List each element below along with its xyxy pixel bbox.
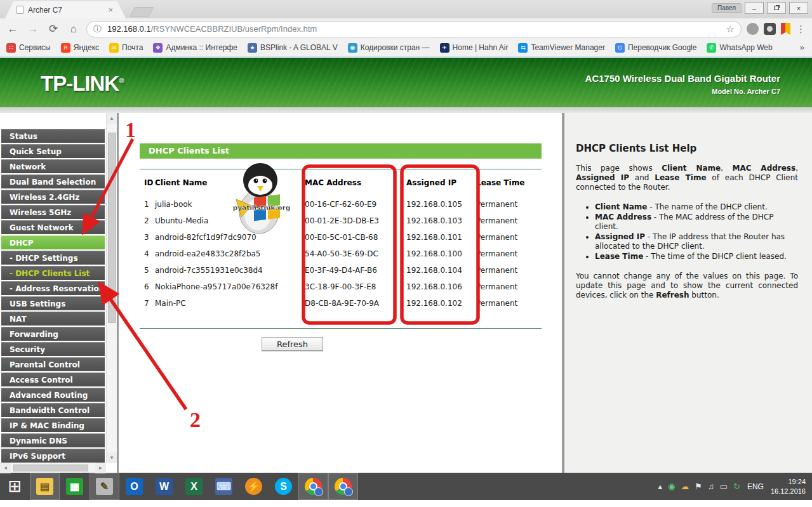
cell-lease-time: Permanent	[476, 282, 542, 291]
restore-button[interactable]	[767, 2, 786, 14]
bookmark-translate[interactable]: G Переводчик Google	[615, 43, 697, 53]
sidebar-horizontal-scrollbar[interactable]: ◄ ►	[0, 463, 106, 473]
clock[interactable]: 19:24 16.12.2016	[771, 477, 806, 496]
bookmark-whatsapp[interactable]: ✆ WhatsApp Web	[707, 43, 772, 53]
sidebar-item-forwarding[interactable]: Forwarding	[1, 327, 105, 341]
scroll-right-icon[interactable]: ►	[95, 463, 106, 473]
sidebar-item-parental-control[interactable]: Parental Control	[1, 357, 105, 371]
bookmark-bsplink[interactable]: ★ BSPlink - A GLOBAL V	[248, 43, 338, 53]
page-icon	[17, 6, 23, 14]
sidebar-item-advanced-routing[interactable]: Advanced Routing	[1, 388, 105, 402]
sidebar-item-dhcp-settings[interactable]: - DHCP Settings	[1, 251, 105, 265]
address-bar[interactable]: ⓘ 192.168.0.1 /RSYNWCEACBBRZIUB/userRpm/…	[86, 21, 742, 37]
header-divider	[0, 107, 812, 113]
sidebar-item-network[interactable]: Network	[1, 159, 105, 173]
chrome-icon[interactable]	[298, 473, 328, 500]
forward-icon[interactable]: →	[25, 23, 41, 36]
skype-icon[interactable]: S	[269, 473, 298, 500]
julia-book: 1 julia-book 00-16-CF-62-60-E9 192.168.0…	[140, 196, 542, 213]
back-icon[interactable]: ←	[5, 23, 20, 36]
sidebar-item-dhcp[interactable]: DHCP	[1, 235, 105, 249]
sidebar-item-nat[interactable]: NAT	[1, 312, 105, 326]
windows-store-icon[interactable]: ▦	[60, 473, 90, 500]
taskbar: ⊞ ▤ ▦ ✎ O W X ⌨ ⚡ S	[0, 473, 812, 500]
sidebar-item-bandwidth-control[interactable]: Bandwidth Control	[1, 403, 105, 417]
sidebar-item-address-reservation[interactable]: - Address Reservation	[1, 281, 105, 295]
refresh-button[interactable]: Refresh	[262, 337, 323, 351]
bookmark-pochta[interactable]: ✉ Почта	[109, 43, 143, 53]
sidebar-item-guest-network[interactable]: Guest Network	[1, 220, 105, 234]
scroll-left-icon[interactable]: ◄	[0, 463, 11, 473]
tab-title: Archer C7	[28, 6, 107, 15]
hidden-icons-chevron[interactable]: ▴	[658, 482, 662, 491]
sidebar-item-dual-band[interactable]: Dual Band Selection	[1, 174, 105, 188]
profile-name-badge[interactable]: Павел	[712, 3, 742, 13]
extension-icon-1[interactable]	[747, 23, 759, 35]
minimize-button[interactable]: –	[745, 2, 764, 14]
volume-muted-icon[interactable]: ♫	[708, 482, 714, 491]
excel-icon[interactable]: X	[179, 473, 209, 500]
bookmark-servisy[interactable]: ∷ Сервисы	[6, 43, 51, 53]
bookmark-yandex[interactable]: Я Яндекс	[61, 43, 99, 53]
cell-lease-time: Permanent	[476, 249, 542, 258]
sidebar-item-status[interactable]: Status	[1, 129, 105, 143]
tab-close-icon[interactable]: ×	[107, 5, 114, 15]
sidebar-vertical-scrollbar[interactable]: ▲ ▼	[106, 113, 117, 463]
bookmark-icon: ✆	[707, 43, 716, 53]
remote-desktop-icon[interactable]: ⌨	[209, 473, 239, 500]
cloud-storage-icon[interactable]: ☁	[681, 482, 689, 491]
bookmark-kodirovki[interactable]: ◉ Кодировки стран —	[348, 43, 430, 53]
sync-app-icon[interactable]: ↻	[733, 482, 740, 491]
screenshot-tool-icon[interactable]: ✎	[90, 473, 119, 500]
sidebar-item-quick-setup[interactable]: Quick Setup	[1, 144, 105, 158]
extension-icon-3[interactable]	[781, 23, 790, 35]
bookmark-teamviewer[interactable]: ⇆ TeamViewer Manager	[518, 43, 605, 53]
router-header: TP-LINK® AC1750 Wireless Dual Band Gigab…	[0, 56, 812, 107]
sidebar-item-access-control[interactable]: Access Control	[1, 372, 105, 386]
download-manager-icon[interactable]: ⚡	[239, 473, 269, 500]
network-icon[interactable]: ▭	[720, 482, 728, 491]
cell-lease-time: Permanent	[476, 299, 542, 308]
browser-tab[interactable]: Archer C7 ×	[5, 1, 126, 18]
bookmark-star-icon[interactable]: ☆	[726, 23, 735, 35]
word-icon[interactable]: W	[149, 473, 179, 500]
cell-client-name: android-ea2e4833c28f2ba5	[155, 249, 305, 258]
home-icon[interactable]: ⌂	[66, 23, 81, 36]
language-indicator[interactable]: ENG	[747, 482, 764, 491]
start-button[interactable]: ⊞	[0, 473, 30, 500]
bookmarks-overflow-icon[interactable]: »	[800, 43, 804, 52]
scrollbar-thumb[interactable]	[108, 133, 116, 323]
bookmark-hahn-air[interactable]: ✈ Home | Hahn Air	[440, 43, 509, 53]
cell-mac-address: D8-CB-8A-9E-70-9A	[305, 299, 406, 308]
cell-id: 7	[140, 299, 155, 308]
bookmark-icon: ✉	[109, 43, 119, 53]
Ubuntu-Media: 2 Ubuntu-Media 00-01-2E-3D-DB-E3 192.168…	[140, 213, 542, 229]
sidebar-item-wireless-5[interactable]: Wireless 5GHz	[1, 205, 105, 219]
extension-icon-2[interactable]	[764, 23, 776, 35]
sidebar-item-dhcp-clients-list[interactable]: - DHCP Clients List	[1, 266, 105, 280]
chrome-profile-icon[interactable]	[328, 473, 358, 500]
sidebar-item-wireless-24[interactable]: Wireless 2.4GHz	[1, 190, 105, 204]
file-explorer-icon[interactable]: ▤	[30, 473, 60, 500]
site-info-icon[interactable]: ⓘ	[93, 23, 102, 35]
bookmark-adminka[interactable]: ❖ Админка :: Интерфе	[153, 43, 237, 53]
sidebar-item-ipv6-support[interactable]: IPv6 Support	[1, 449, 105, 463]
sidebar-item-security[interactable]: Security	[1, 342, 105, 356]
sidebar-item-usb-settings[interactable]: USB Settings	[1, 296, 105, 310]
new-tab-button[interactable]	[130, 7, 154, 17]
browser-menu-icon[interactable]: ⋮	[795, 23, 807, 35]
action-center-icon[interactable]: ⚑	[695, 482, 702, 491]
reload-icon[interactable]: ⟳	[46, 22, 61, 36]
cell-id: 1	[140, 200, 155, 209]
cell-lease-time: Permanent	[476, 266, 542, 275]
close-button[interactable]: ×	[789, 2, 808, 14]
sidebar-item-ip-mac-binding[interactable]: IP & MAC Binding	[1, 418, 105, 432]
outlook-icon[interactable]: O	[119, 473, 149, 500]
scroll-up-icon[interactable]: ▲	[107, 113, 117, 124]
cell-client-name: NokiaPhone-a95717a00e76328f	[155, 282, 305, 291]
sidebar-item-dynamic-dns[interactable]: Dynamic DNS	[1, 433, 105, 447]
cell-assigned-ip: 192.168.0.101	[406, 233, 476, 242]
scroll-down-icon[interactable]: ▼	[107, 452, 117, 463]
scrollbar-thumb[interactable]	[13, 464, 88, 471]
tray-app-icon[interactable]: ◉	[668, 482, 675, 491]
